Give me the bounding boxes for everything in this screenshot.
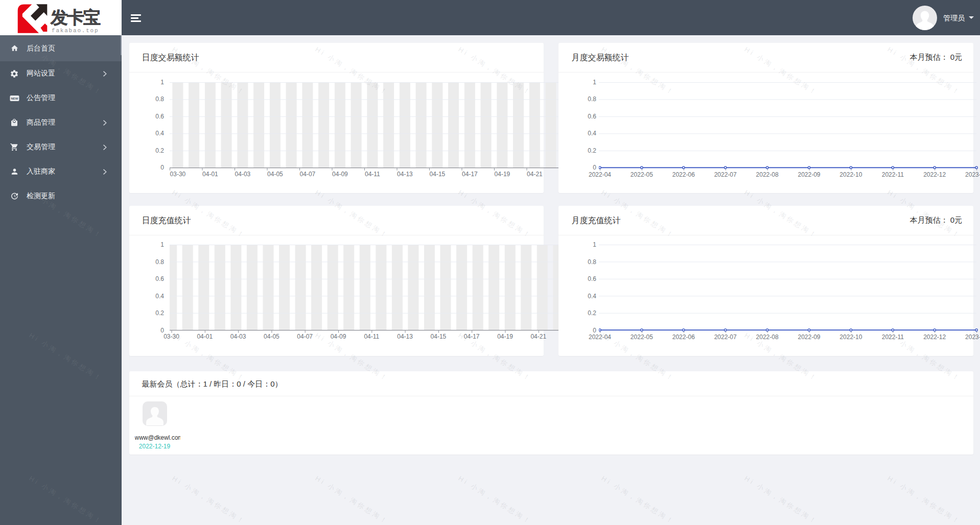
svg-text:发卡宝: 发卡宝 — [50, 8, 101, 27]
svg-text:NEW: NEW — [11, 97, 18, 100]
svg-text:fakabao.top: fakabao.top — [52, 28, 99, 34]
